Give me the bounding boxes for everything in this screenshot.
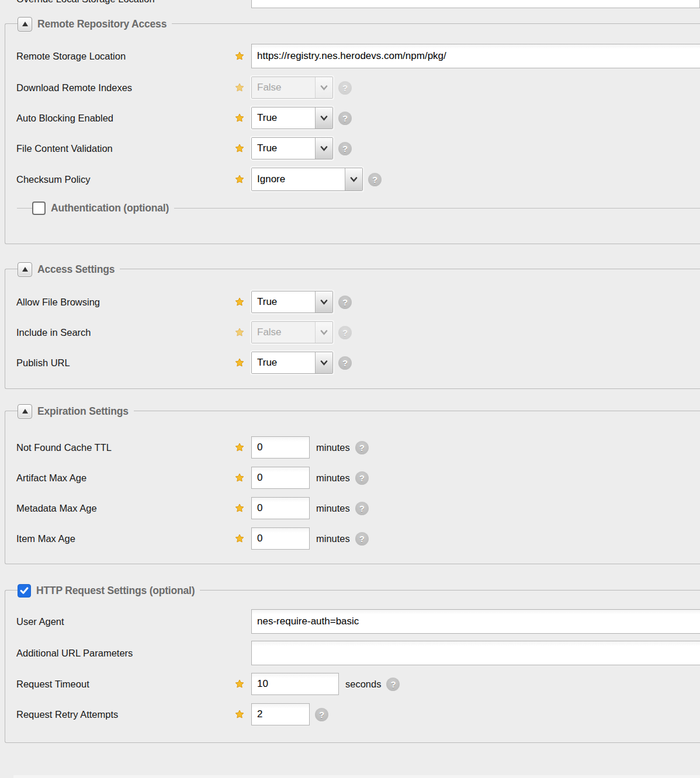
legend-title: Access Settings xyxy=(37,263,115,276)
help-icon[interactable]: ? xyxy=(338,326,352,339)
additional-url-parameters-input[interactable] xyxy=(251,641,700,665)
request-retry-attempts-input[interactable] xyxy=(251,703,310,725)
help-icon[interactable]: ? xyxy=(355,532,369,546)
artifact-max-age-input[interactable] xyxy=(251,467,310,489)
allow-file-browsing-select[interactable]: True xyxy=(251,291,333,313)
required-star-icon xyxy=(235,144,248,153)
field-row-checksum-policy: Checksum Policy Ignore ? xyxy=(5,168,700,191)
field-label: Not Found Cache TTL xyxy=(16,442,235,453)
field-row-auto-blocking-enabled: Auto Blocking Enabled True ? xyxy=(5,107,700,129)
combo-trigger-button[interactable] xyxy=(315,107,332,128)
help-icon[interactable]: ? xyxy=(386,678,400,691)
field-label: Request Timeout xyxy=(16,679,235,690)
legend-title: Expiration Settings xyxy=(37,405,129,418)
chevron-down-icon xyxy=(320,300,328,305)
field-row-not-found-cache-ttl: Not Found Cache TTL minutes ? xyxy=(5,436,700,459)
required-star-icon xyxy=(235,328,248,337)
fieldset-access-settings: Access Settings Allow File Browsing True… xyxy=(5,269,700,389)
field-label: Download Remote Indexes xyxy=(16,82,235,93)
required-star-icon xyxy=(235,297,248,307)
include-in-search-select: False xyxy=(251,321,333,343)
remote-storage-location-input[interactable] xyxy=(251,44,700,68)
required-star-icon xyxy=(235,175,248,184)
field-label: Checksum Policy xyxy=(16,174,235,185)
override-local-storage-input[interactable] xyxy=(251,0,700,8)
help-icon[interactable]: ? xyxy=(338,142,352,155)
field-label: Additional URL Parameters xyxy=(16,648,235,659)
selected-value: Ignore xyxy=(257,173,285,185)
required-star-icon xyxy=(235,83,248,92)
unit-label: minutes xyxy=(316,473,350,484)
field-row-user-agent: User Agent xyxy=(5,609,700,634)
combo-trigger-button[interactable] xyxy=(315,352,332,373)
help-icon[interactable]: ? xyxy=(355,471,369,485)
publish-url-select[interactable]: True xyxy=(251,352,333,374)
unit-label: minutes xyxy=(316,533,350,544)
required-star-icon xyxy=(235,710,248,719)
required-star-icon xyxy=(235,503,248,513)
chevron-down-icon xyxy=(320,360,328,366)
authentication-checkbox[interactable] xyxy=(32,202,46,215)
selected-value: True xyxy=(257,143,277,154)
unit-label: seconds xyxy=(345,679,381,690)
field-label: Artifact Max Age xyxy=(16,473,235,484)
triangle-up-icon xyxy=(22,22,28,26)
triangle-up-icon xyxy=(22,409,28,414)
required-star-icon xyxy=(235,473,248,482)
collapse-button[interactable] xyxy=(18,404,32,419)
field-row-publish-url: Publish URL True ? xyxy=(5,352,700,374)
user-agent-input[interactable] xyxy=(251,609,700,634)
field-label: Include in Search xyxy=(16,327,235,338)
repository-configuration-panel: Override Local Storage Location Remote R… xyxy=(0,0,700,778)
help-icon[interactable]: ? xyxy=(368,173,382,186)
fieldset-legend: HTTP Request Settings (optional) xyxy=(18,583,200,598)
required-star-icon xyxy=(235,534,248,543)
chevron-down-icon xyxy=(320,146,328,151)
chevron-down-icon xyxy=(320,116,328,121)
metadata-max-age-input[interactable] xyxy=(251,497,310,519)
combo-trigger-button[interactable] xyxy=(345,168,362,190)
help-icon[interactable]: ? xyxy=(338,112,352,125)
selected-value: True xyxy=(257,357,277,369)
help-icon[interactable]: ? xyxy=(355,502,369,515)
triangle-up-icon xyxy=(22,267,28,272)
item-max-age-input[interactable] xyxy=(251,527,310,550)
help-icon[interactable]: ? xyxy=(355,441,369,454)
field-row-request-timeout: Request Timeout seconds ? xyxy=(5,672,700,696)
checksum-policy-select[interactable]: Ignore xyxy=(251,168,363,191)
required-star-icon xyxy=(235,113,248,123)
selected-value: True xyxy=(257,112,277,124)
fieldset-legend: Authentication (optional) xyxy=(32,201,174,215)
fieldset-http-request-settings: HTTP Request Settings (optional) User Ag… xyxy=(5,590,700,743)
field-row-file-content-validation: File Content Validation True ? xyxy=(5,137,700,159)
chevron-down-icon xyxy=(320,330,328,335)
help-icon[interactable]: ? xyxy=(338,296,352,309)
http-request-settings-checkbox[interactable] xyxy=(18,584,31,598)
field-row-remote-storage-location: Remote Storage Location xyxy=(5,44,700,68)
help-icon[interactable]: ? xyxy=(338,81,352,95)
collapse-button[interactable] xyxy=(18,262,32,277)
auto-blocking-enabled-select[interactable]: True xyxy=(251,107,333,129)
field-row-download-remote-indexes: Download Remote Indexes False ? xyxy=(5,77,700,99)
file-content-validation-select[interactable]: True xyxy=(251,137,333,159)
request-timeout-input[interactable] xyxy=(251,673,339,695)
field-label: Publish URL xyxy=(16,357,235,369)
combo-trigger-button xyxy=(315,322,332,343)
field-label: Remote Storage Location xyxy=(16,51,235,62)
combo-trigger-button[interactable] xyxy=(315,138,332,159)
not-found-cache-ttl-input[interactable] xyxy=(251,436,310,459)
selected-value: False xyxy=(257,327,282,338)
field-row-request-retry-attempts: Request Retry Attempts ? xyxy=(5,703,700,726)
field-row-allow-file-browsing: Allow File Browsing True ? xyxy=(5,291,700,313)
panel-bottom-edge xyxy=(13,775,700,778)
required-star-icon xyxy=(235,679,248,689)
unit-label: minutes xyxy=(316,442,350,453)
chevron-down-icon xyxy=(350,177,358,182)
field-label: Item Max Age xyxy=(16,533,235,544)
combo-trigger-button[interactable] xyxy=(315,291,332,312)
help-icon[interactable]: ? xyxy=(338,356,352,370)
help-icon[interactable]: ? xyxy=(315,708,328,721)
collapse-button[interactable] xyxy=(18,17,32,32)
legend-title: HTTP Request Settings (optional) xyxy=(36,585,195,597)
selected-value: False xyxy=(257,82,282,93)
